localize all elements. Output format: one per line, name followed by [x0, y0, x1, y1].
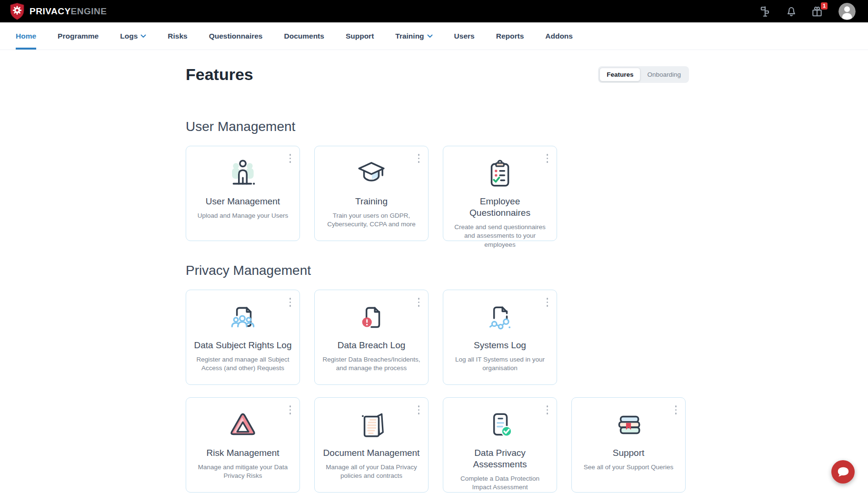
card-title: Systems Log	[450, 340, 550, 351]
avatar-silhouette-icon	[838, 3, 856, 20]
card-data-privacy-assessments[interactable]: Data Privacy Assessments Complete a Data…	[443, 397, 557, 493]
card-user-management[interactable]: User Management Upload and Manage your U…	[186, 146, 300, 241]
card-description: Train your users on GDPR, Cybersecurity,…	[321, 212, 421, 229]
nav-item-home[interactable]: Home	[16, 22, 36, 50]
top-icons: 1	[759, 3, 856, 20]
card-row: Data Subject Rights Log Register and man…	[186, 290, 689, 385]
kebab-menu-icon[interactable]	[289, 297, 292, 308]
card-employee-questionnaires[interactable]: Employee Questionnaires Create and send …	[443, 146, 557, 241]
nav-item-support[interactable]: Support	[346, 22, 374, 50]
card-description: Register and manage all Subject Access (…	[193, 355, 293, 373]
kebab-menu-icon[interactable]	[289, 404, 292, 415]
chat-bubble-icon	[831, 460, 855, 484]
chevron-down-icon	[427, 34, 433, 38]
card-title: Training	[321, 196, 421, 207]
card-title: Employee Questionnaires	[450, 196, 550, 219]
nav-item-users[interactable]: Users	[454, 22, 475, 50]
section-heading-privacy-management: Privacy Management	[186, 262, 689, 278]
card-description: Upload and Manage your Users	[193, 212, 293, 221]
kebab-menu-icon[interactable]	[546, 404, 549, 415]
kebab-menu-icon[interactable]	[417, 153, 421, 164]
kebab-menu-icon[interactable]	[417, 297, 421, 308]
brand-logo[interactable]: PRIVACYENGINE	[10, 2, 107, 20]
section-heading-user-management: User Management	[186, 119, 689, 134]
card-title: Document Management	[321, 447, 421, 459]
main-nav: Home Programme Logs Risks Questionnaires…	[0, 22, 868, 50]
nav-item-logs[interactable]: Logs	[120, 22, 146, 50]
card-description: Create and send questionnaires and asses…	[450, 223, 550, 250]
card-title: User Management	[193, 196, 293, 207]
toggle-onboarding-button[interactable]: Onboarding	[640, 68, 688, 81]
card-row: Risk Management Manage and mitigate your…	[186, 397, 689, 493]
signpost-icon[interactable]	[759, 5, 772, 18]
systems-log-icon	[450, 302, 550, 334]
support-icon	[579, 409, 678, 442]
card-title: Data Subject Rights Log	[193, 340, 293, 351]
gift-icon[interactable]: 1	[811, 5, 823, 18]
gift-badge: 1	[821, 2, 828, 10]
user-management-icon	[193, 158, 293, 190]
toggle-features-button[interactable]: Features	[599, 68, 640, 81]
page-title: Features	[186, 65, 253, 84]
kebab-menu-icon[interactable]	[674, 404, 678, 415]
card-row: User Management Upload and Manage your U…	[186, 146, 689, 241]
card-description: Manage all of your Data Privacy policies…	[321, 463, 421, 481]
nav-item-questionnaires[interactable]: Questionnaires	[209, 22, 263, 50]
view-toggle: Features Onboarding	[598, 66, 689, 83]
document-management-icon	[321, 409, 421, 442]
nav-item-programme[interactable]: Programme	[58, 22, 99, 50]
data-breach-log-icon	[321, 302, 421, 334]
chat-launcher-button[interactable]	[831, 460, 855, 484]
card-description: See all of your Support Queries	[579, 463, 678, 472]
kebab-menu-icon[interactable]	[546, 153, 549, 164]
card-data-subject-rights-log[interactable]: Data Subject Rights Log Register and man…	[186, 290, 300, 385]
card-title: Data Breach Log	[321, 340, 421, 351]
card-description: Log all IT Systems used in your organisa…	[450, 355, 550, 373]
kebab-menu-icon[interactable]	[546, 297, 549, 308]
bell-icon[interactable]	[785, 5, 798, 18]
card-title: Support	[579, 447, 678, 459]
kebab-menu-icon[interactable]	[289, 153, 292, 164]
card-document-management[interactable]: Document Management Manage all of your D…	[314, 397, 429, 493]
user-avatar[interactable]	[838, 3, 856, 20]
training-icon	[321, 158, 421, 190]
risk-management-icon	[193, 409, 293, 442]
nav-item-addons[interactable]: Addons	[545, 22, 573, 50]
card-title: Data Privacy Assessments	[450, 447, 550, 470]
employee-questionnaires-icon	[450, 158, 550, 190]
nav-item-documents[interactable]: Documents	[284, 22, 324, 50]
card-description: Complete a Data Protection Impact Assess…	[450, 474, 550, 492]
nav-item-training[interactable]: Training	[395, 22, 432, 50]
card-title: Risk Management	[193, 447, 293, 459]
top-bar: PRIVACYENGINE 1	[0, 0, 868, 22]
nav-item-risks[interactable]: Risks	[168, 22, 187, 50]
card-data-breach-log[interactable]: Data Breach Log Register Data Breaches/I…	[314, 290, 429, 385]
nav-item-reports[interactable]: Reports	[496, 22, 524, 50]
kebab-menu-icon[interactable]	[417, 404, 421, 415]
card-support[interactable]: Support See all of your Support Queries	[571, 397, 686, 493]
card-description: Register Data Breaches/Incidents, and ma…	[321, 355, 421, 373]
chevron-down-icon	[140, 34, 146, 38]
data-subject-rights-log-icon	[193, 302, 293, 334]
brand-wordmark: PRIVACYENGINE	[30, 6, 107, 17]
shield-gear-logo-icon	[10, 2, 25, 20]
data-privacy-assessments-icon	[450, 409, 550, 442]
card-training[interactable]: Training Train your users on GDPR, Cyber…	[314, 146, 429, 241]
card-systems-log[interactable]: Systems Log Log all IT Systems used in y…	[443, 290, 557, 385]
card-description: Manage and mitigate your Data Privacy Ri…	[193, 463, 293, 481]
card-risk-management[interactable]: Risk Management Manage and mitigate your…	[186, 397, 300, 493]
main-content: Features Features Onboarding User Manage…	[186, 65, 689, 493]
